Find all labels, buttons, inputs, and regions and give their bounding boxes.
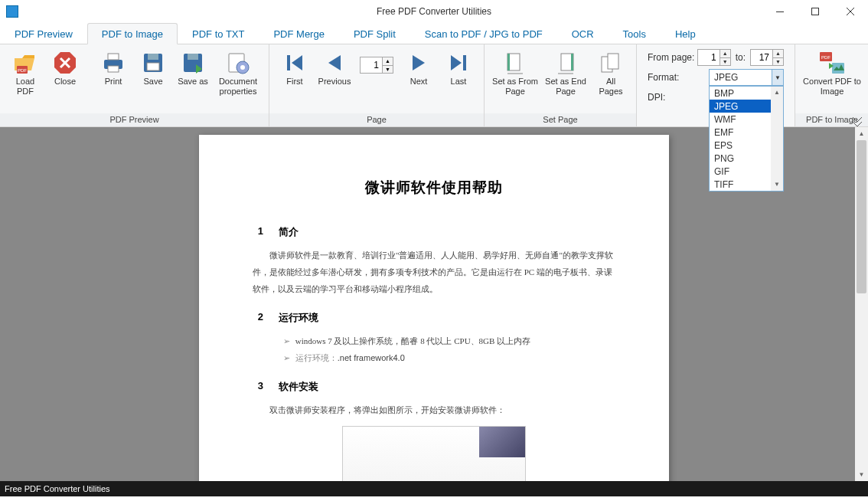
- svg-rect-7: [108, 66, 119, 72]
- page-number-field[interactable]: [361, 57, 382, 73]
- print-button[interactable]: Print: [94, 49, 132, 88]
- pdf-page: 微讲师软件使用帮助 1简介 微讲师软件是一款教育、培训行业"普遍适用、人人能用、…: [199, 135, 669, 481]
- menu-tabs: PDF Preview PDF to Image PDF to TXT PDF …: [0, 23, 868, 44]
- tab-pdf-to-txt[interactable]: PDF to TXT: [178, 23, 259, 44]
- group-label: Page: [269, 113, 484, 126]
- scroll-up-icon[interactable]: ▲: [855, 127, 868, 140]
- spin-down-icon[interactable]: ▼: [382, 66, 393, 74]
- close-octagon-icon: [53, 51, 77, 75]
- dropdown-scrollbar[interactable]: ▲▼: [771, 87, 783, 191]
- save-as-button[interactable]: Save as: [174, 49, 212, 88]
- svg-rect-0: [776, 11, 784, 12]
- current-page-input[interactable]: ▲▼: [360, 57, 393, 74]
- floppy-arrow-icon: [181, 51, 205, 75]
- doc-title: 微讲师软件使用帮助: [253, 178, 615, 198]
- vertical-scrollbar[interactable]: ▲ ▼: [855, 127, 868, 481]
- set-from-page-button[interactable]: Set as From Page: [491, 49, 540, 97]
- svg-point-15: [240, 65, 245, 70]
- last-page-icon: [446, 51, 471, 75]
- title-bar: Free PDF Converter Utilities: [0, 0, 868, 23]
- ribbon-expand-icon[interactable]: [850, 57, 865, 126]
- tab-scan-to-pdf[interactable]: Scan to PDF / JPG to PDF: [410, 23, 557, 44]
- pages-all-icon: [599, 51, 623, 75]
- properties-icon: [226, 51, 250, 75]
- pdf-to-image-icon: PDF: [820, 51, 844, 75]
- spin-up-icon[interactable]: ▲: [382, 57, 393, 66]
- format-combobox[interactable]: JPEG ▼ BMP JPEG WMF EMF EPS PNG GIF TIFF…: [709, 69, 784, 86]
- group-label: Set Page: [485, 113, 636, 126]
- group-page: First Previous ▲▼ Next Last Page: [269, 44, 485, 126]
- save-button[interactable]: Save: [134, 49, 172, 88]
- status-bar: Free PDF Converter Utilities: [0, 481, 868, 496]
- format-label: Format:: [648, 72, 709, 83]
- doc-paragraph: 双击微讲师安装程序，将弹出如图所示，开始安装微讲师软件：: [253, 401, 615, 418]
- prev-page-icon: [322, 51, 347, 75]
- group-label: PDF Preview: [0, 113, 269, 126]
- from-page-label: From page:: [648, 52, 697, 63]
- all-pages-button[interactable]: All Pages: [592, 49, 630, 97]
- doc-bullet: windows 7 及以上操作系统，酷睿 8 代以上 CPU、8GB 以上内存: [283, 332, 615, 349]
- doc-paragraph: 微讲师软件是一款教育、培训行业"普遍适用、人人能用、易学好用、无师自通"的教学支…: [253, 247, 615, 297]
- doc-bullet: 运行环境：.net framework4.0: [283, 349, 615, 366]
- previous-page-button[interactable]: Previous: [315, 49, 354, 88]
- scroll-down-icon[interactable]: ▼: [855, 468, 868, 481]
- ribbon: PDF Load PDF Close Print Save Save as: [0, 44, 868, 127]
- svg-rect-6: [108, 54, 119, 60]
- status-text: Free PDF Converter Utilities: [5, 484, 110, 493]
- format-dropdown-list: BMP JPEG WMF EMF EPS PNG GIF TIFF ▲▼: [709, 86, 784, 192]
- to-label: to:: [736, 52, 746, 63]
- tab-pdf-preview[interactable]: PDF Preview: [0, 23, 87, 44]
- window-title: Free PDF Converter Utilities: [0, 6, 868, 17]
- dpi-label: DPI:: [648, 92, 709, 103]
- last-page-button[interactable]: Last: [439, 49, 478, 88]
- svg-rect-21: [571, 54, 573, 70]
- tab-pdf-merge[interactable]: PDF Merge: [259, 23, 338, 44]
- maximize-button[interactable]: [798, 0, 833, 23]
- next-page-button[interactable]: Next: [400, 49, 438, 88]
- tab-pdf-split[interactable]: PDF Split: [339, 23, 410, 44]
- tab-help[interactable]: Help: [661, 23, 710, 44]
- first-page-icon: [282, 51, 307, 75]
- tab-tools[interactable]: Tools: [609, 23, 661, 44]
- group-pdf-preview: PDF Load PDF Close Print Save Save as: [0, 44, 269, 126]
- app-icon: [6, 5, 18, 18]
- minimize-button[interactable]: [762, 0, 798, 23]
- tab-ocr[interactable]: OCR: [557, 23, 609, 44]
- page-end-icon: [553, 51, 578, 75]
- page-start-icon: [503, 51, 527, 75]
- svg-rect-9: [148, 54, 158, 60]
- close-doc-button[interactable]: Close: [46, 49, 84, 88]
- svg-rect-23: [608, 54, 618, 69]
- scroll-thumb[interactable]: [857, 140, 866, 293]
- tab-pdf-to-image[interactable]: PDF to Image: [87, 23, 178, 44]
- from-page-input[interactable]: ▲▼: [697, 49, 731, 66]
- svg-rect-19: [507, 54, 510, 70]
- folder-open-icon: PDF: [13, 51, 38, 75]
- first-page-button[interactable]: First: [276, 49, 314, 88]
- set-end-page-button[interactable]: Set as End Page: [541, 49, 590, 97]
- group-settings: From page: ▲▼ to: ▲▼ Format: JPEG: [637, 44, 795, 126]
- chevron-down-icon[interactable]: ▼: [772, 69, 784, 86]
- svg-rect-10: [147, 63, 159, 70]
- printer-icon: [101, 51, 126, 75]
- svg-text:PDF: PDF: [18, 68, 27, 73]
- close-button[interactable]: [833, 0, 868, 23]
- svg-rect-12: [188, 54, 198, 60]
- to-page-input[interactable]: ▲▼: [750, 49, 784, 66]
- load-pdf-button[interactable]: PDF Load PDF: [6, 49, 44, 97]
- doc-properties-button[interactable]: Document properties: [214, 49, 263, 97]
- floppy-icon: [141, 51, 165, 75]
- svg-text:PDF: PDF: [821, 55, 830, 60]
- group-set-page: Set as From Page Set as End Page All Pag…: [485, 44, 637, 126]
- next-page-icon: [406, 51, 431, 75]
- doc-embedded-image: [342, 426, 526, 481]
- svg-rect-16: [287, 55, 290, 70]
- svg-rect-1: [812, 8, 819, 15]
- svg-rect-17: [463, 55, 466, 70]
